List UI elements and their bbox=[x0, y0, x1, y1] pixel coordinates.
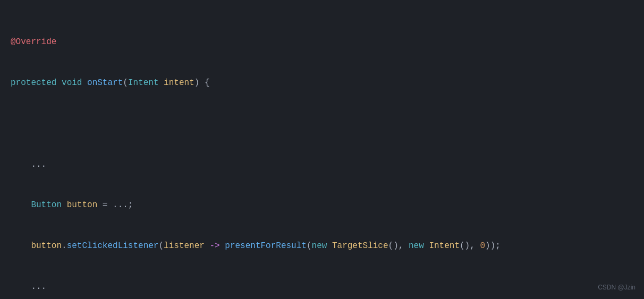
line-2: protected void onStart(Intent intent) { bbox=[11, 76, 633, 90]
method-presentforresult: presentForResult bbox=[225, 241, 307, 251]
keyword-void-1: void bbox=[62, 78, 82, 88]
keyword-new-2: new bbox=[409, 241, 424, 251]
line-3 bbox=[11, 117, 633, 131]
method-onstart: onStart bbox=[87, 78, 123, 88]
type-button: Button bbox=[31, 200, 62, 210]
line-7: ... bbox=[11, 280, 633, 294]
annotation-override-1: @Override bbox=[11, 37, 56, 47]
var-button: button bbox=[67, 200, 98, 210]
class-intent-new: Intent bbox=[429, 241, 460, 251]
number-zero-1: 0 bbox=[480, 241, 485, 251]
keyword-new-1: new bbox=[312, 241, 327, 251]
method-setclickedlistener: setClickedListener bbox=[67, 241, 159, 251]
line-4: ... bbox=[11, 158, 633, 172]
code-container: @Override protected void onStart(Intent … bbox=[0, 0, 644, 299]
param-type-intent-1: Intent bbox=[128, 78, 159, 88]
class-targetslice: TargetSlice bbox=[332, 241, 388, 251]
param-listener: listener bbox=[164, 241, 205, 251]
lambda-arrow: -> bbox=[209, 241, 219, 251]
keyword-protected-1: protected bbox=[11, 78, 56, 88]
line-5: Button button = ...; bbox=[11, 199, 633, 212]
line-6: button.setClickedListener(listener -> pr… bbox=[11, 240, 633, 253]
line-1: @Override bbox=[11, 36, 633, 49]
code-block: @Override protected void onStart(Intent … bbox=[11, 8, 633, 299]
var-button-ref: button bbox=[31, 241, 62, 251]
param-intent-1: intent bbox=[164, 78, 194, 88]
watermark: CSDN @Jzin bbox=[598, 283, 635, 293]
